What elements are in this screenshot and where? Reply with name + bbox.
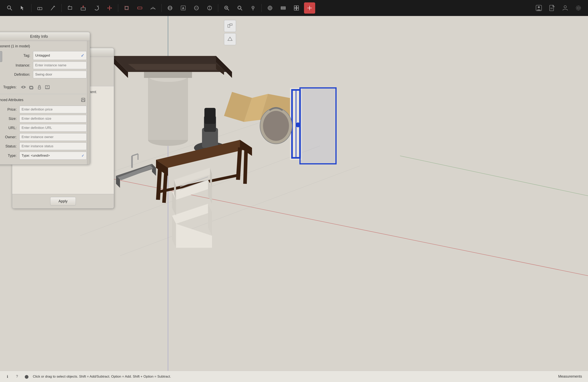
- svg-point-19: [168, 7, 172, 9]
- statusbar: ℹ ? ⬤ Click or drag to select objects. S…: [0, 371, 588, 382]
- viewport-btn-2[interactable]: [224, 33, 236, 45]
- select-mode-icon: ⬤: [23, 373, 30, 380]
- apply-button[interactable]: Apply: [50, 197, 76, 206]
- url-label: URL:: [0, 126, 20, 130]
- instance-label: Instance:: [5, 63, 33, 68]
- move-tool[interactable]: [104, 2, 115, 14]
- type-label: Type:: [0, 154, 20, 158]
- styles-tool[interactable]: [278, 2, 289, 14]
- definition-input[interactable]: [33, 71, 87, 78]
- svg-rect-71: [144, 72, 192, 78]
- svg-rect-138: [82, 98, 84, 99]
- owner-input[interactable]: [20, 133, 87, 141]
- svg-rect-135: [45, 86, 49, 89]
- entity-comp-row: Tag: Untagged ✓ Instance: Definition:: [0, 51, 87, 80]
- position-camera-tool[interactable]: [247, 2, 259, 14]
- glue-toggle[interactable]: [43, 83, 51, 91]
- svg-rect-42: [281, 7, 285, 7]
- price-label: Price:: [0, 108, 20, 112]
- zoom-extent-tool[interactable]: [234, 2, 245, 14]
- size-label: Size:: [0, 117, 20, 121]
- svg-rect-44: [281, 9, 285, 9]
- svg-rect-7: [68, 7, 72, 9]
- section-tool[interactable]: [204, 2, 215, 14]
- rotate-tool[interactable]: [91, 2, 102, 14]
- definition-field-row: Definition:: [5, 71, 87, 78]
- component-icon: [0, 51, 2, 62]
- separator-4: [161, 4, 162, 12]
- protractor-tool[interactable]: [147, 2, 159, 14]
- status-text: Click or drag to select objects. Shift =…: [33, 375, 171, 379]
- svg-line-95: [158, 167, 160, 200]
- svg-rect-16: [138, 7, 142, 9]
- save-attributes-button[interactable]: [80, 96, 87, 103]
- select-tool[interactable]: [17, 2, 28, 14]
- viewport-controls: [224, 20, 236, 45]
- svg-rect-84: [300, 88, 336, 164]
- svg-point-34: [252, 7, 253, 8]
- info-icon[interactable]: ℹ: [4, 373, 11, 380]
- settings-icon[interactable]: [573, 2, 584, 14]
- svg-rect-69: [148, 76, 188, 140]
- tag-dropdown[interactable]: Untagged ✓: [33, 51, 87, 60]
- svg-rect-120: [230, 24, 232, 25]
- svg-line-5: [51, 9, 52, 10]
- eraser-tool[interactable]: [34, 2, 45, 14]
- svg-rect-48: [297, 8, 299, 10]
- push-pull-tool[interactable]: [78, 2, 89, 14]
- entity-info-titlebar: Entity Info: [0, 32, 90, 41]
- svg-line-27: [227, 9, 229, 10]
- entity-info-panel: Entity Info Component (1 in model) Tag:: [0, 32, 90, 165]
- zoom-tool[interactable]: [221, 2, 232, 14]
- question-icon[interactable]: ?: [14, 373, 21, 380]
- svg-point-53: [538, 6, 540, 8]
- tape-tool[interactable]: [134, 2, 146, 14]
- svg-rect-43: [281, 8, 285, 8]
- separator-1: [31, 4, 31, 12]
- type-dropdown[interactable]: Type: <undefined> ✓: [20, 152, 87, 160]
- svg-rect-139: [82, 100, 84, 101]
- dropdown-arrow-icon: ✓: [81, 153, 84, 158]
- viewport-btn-1[interactable]: [224, 20, 236, 32]
- paint-tool[interactable]: [47, 2, 59, 14]
- shadow-toggle[interactable]: [35, 83, 43, 91]
- price-input[interactable]: [20, 106, 87, 113]
- instance-field-row: Instance:: [5, 61, 87, 69]
- svg-rect-46: [297, 6, 299, 8]
- scale-tool[interactable]: [121, 2, 132, 14]
- svg-rect-119: [228, 25, 230, 27]
- instance-input[interactable]: [33, 61, 87, 69]
- size-input[interactable]: [20, 115, 87, 122]
- components-tool[interactable]: [291, 2, 302, 14]
- entity-info-body: Component (1 in model) Tag: Untagged: [0, 41, 90, 164]
- entity-component-label: Component (1 in model): [0, 44, 87, 48]
- person-icon[interactable]: [560, 2, 571, 14]
- svg-point-58: [577, 7, 579, 9]
- size-field-row: Size:: [0, 115, 87, 122]
- visibility-toggle[interactable]: [20, 83, 27, 91]
- text-tool[interactable]: A: [178, 2, 189, 14]
- owner-field-row: Owner:: [0, 133, 87, 141]
- component-options-footer: Apply: [12, 194, 114, 208]
- shapes-tool[interactable]: [64, 2, 76, 14]
- user-profile-icon[interactable]: [533, 2, 545, 14]
- lock-toggle[interactable]: [27, 83, 35, 91]
- dimension-tool[interactable]: [191, 2, 202, 14]
- svg-point-87: [263, 111, 289, 141]
- status-input[interactable]: [20, 142, 87, 150]
- layers-tool[interactable]: [264, 2, 276, 14]
- status-field-row: Status:: [0, 142, 87, 150]
- entity-info-scrollbar[interactable]: [87, 41, 90, 164]
- orbit-tool[interactable]: [164, 2, 176, 14]
- type-value: Type: <undefined>: [21, 154, 50, 158]
- svg-text:A: A: [182, 7, 184, 10]
- svg-rect-134: [38, 87, 41, 89]
- svg-rect-15: [125, 7, 128, 9]
- url-input[interactable]: [20, 124, 87, 132]
- svg-rect-2: [38, 7, 42, 10]
- solid-tools[interactable]: [304, 2, 315, 14]
- document-icon[interactable]: [546, 2, 558, 14]
- price-field-row: Price:: [0, 106, 87, 113]
- svg-line-31: [241, 9, 242, 10]
- search-tool[interactable]: [4, 2, 15, 14]
